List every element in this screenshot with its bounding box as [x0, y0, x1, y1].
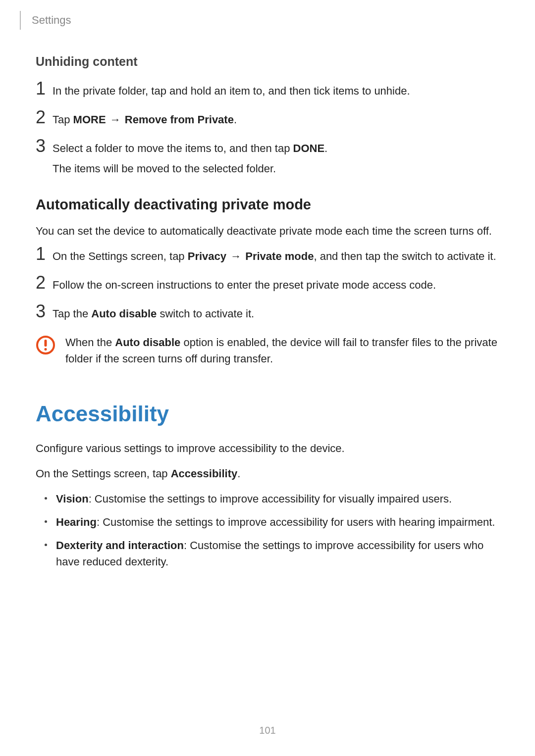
bold-label: Auto disable	[115, 336, 180, 349]
bullet-icon	[45, 497, 47, 500]
text-part: : Customise the settings to improve acce…	[89, 493, 452, 505]
text-part: When the	[65, 336, 115, 349]
step-item: 3 Select a folder to move the items to, …	[36, 140, 499, 177]
svg-rect-2	[45, 348, 47, 351]
bold-label: DONE	[293, 142, 325, 154]
bold-label: Vision	[56, 493, 89, 505]
section-accessibility-title: Accessibility	[36, 402, 499, 426]
caution-note: When the Auto disable option is enabled,…	[36, 334, 499, 367]
step-item: 3 Tap the Auto disable switch to activat…	[36, 305, 499, 323]
section-intro: You can set the device to automatically …	[36, 223, 499, 239]
bold-label: Auto disable	[91, 307, 157, 320]
text-part: Select a folder to move the items to, an…	[53, 142, 293, 154]
bullet-icon	[45, 520, 47, 523]
step-number: 2	[36, 108, 53, 126]
text-part: .	[237, 467, 240, 480]
arrow-icon: →	[226, 250, 245, 262]
section-intro: Configure various settings to improve ac…	[36, 440, 499, 456]
text-part: .	[324, 142, 327, 154]
bold-label: Hearing	[56, 516, 97, 528]
bold-label: Accessibility	[171, 467, 238, 480]
step-number: 1	[36, 245, 53, 263]
bullet-text: Dexterity and interaction: Customise the…	[56, 537, 499, 570]
text-part: , and then tap the switch to activate it…	[314, 250, 496, 262]
svg-rect-1	[45, 340, 47, 347]
bold-label: Remove from Private	[125, 113, 234, 126]
section-autodeactivate-title: Automatically deactivating private mode	[36, 197, 499, 213]
arrow-icon: →	[106, 113, 125, 126]
page-content: Unhiding content 1 In the private folder…	[36, 50, 499, 577]
list-item: Vision: Customise the settings to improv…	[45, 491, 499, 507]
step-text: Follow the on-screen instructions to ent…	[53, 277, 499, 293]
bold-label: Privacy	[188, 250, 226, 262]
bold-label: MORE	[73, 113, 106, 126]
text-part: .	[234, 113, 237, 126]
breadcrumb-divider	[20, 11, 21, 30]
page-number: 101	[0, 725, 535, 736]
section-unhiding-title: Unhiding content	[36, 54, 499, 69]
text-part: switch to activate it.	[157, 307, 254, 320]
bold-label: Dexterity and interaction	[56, 539, 184, 552]
bullet-icon	[45, 544, 47, 546]
caution-text: When the Auto disable option is enabled,…	[65, 334, 499, 367]
step-item: 2 Tap MORE → Remove from Private.	[36, 111, 499, 129]
breadcrumb-text: Settings	[32, 14, 71, 27]
step-text: Select a folder to move the items to, an…	[53, 140, 499, 177]
bullet-text: Vision: Customise the settings to improv…	[56, 491, 499, 507]
step-number: 1	[36, 80, 53, 98]
step-subtext: The items will be moved to the selected …	[53, 160, 499, 177]
step-number: 2	[36, 274, 53, 292]
step-item: 1 On the Settings screen, tap Privacy → …	[36, 248, 499, 266]
text-part: : Customise the settings to improve acce…	[97, 516, 495, 528]
bold-label: Private mode	[245, 250, 314, 262]
bullet-text: Hearing: Customise the settings to impro…	[56, 514, 499, 530]
step-number: 3	[36, 137, 53, 155]
step-text: Tap the Auto disable switch to activate …	[53, 305, 499, 322]
step-text: Tap MORE → Remove from Private.	[53, 111, 499, 128]
caution-icon	[36, 335, 55, 355]
section-intro: On the Settings screen, tap Accessibilit…	[36, 465, 499, 482]
step-item: 1 In the private folder, tap and hold an…	[36, 83, 499, 101]
step-item: 2 Follow the on-screen instructions to e…	[36, 277, 499, 295]
breadcrumb-header: Settings	[20, 11, 71, 30]
text-part: Tap the	[53, 307, 91, 320]
list-item: Hearing: Customise the settings to impro…	[45, 514, 499, 530]
step-text: In the private folder, tap and hold an i…	[53, 83, 499, 99]
step-text: On the Settings screen, tap Privacy → Pr…	[53, 248, 499, 264]
text-part: Tap	[53, 113, 73, 126]
step-number: 3	[36, 302, 53, 320]
text-part: On the Settings screen, tap	[53, 250, 188, 262]
list-item: Dexterity and interaction: Customise the…	[45, 537, 499, 570]
text-part: On the Settings screen, tap	[36, 467, 171, 480]
bullet-list: Vision: Customise the settings to improv…	[36, 491, 499, 570]
